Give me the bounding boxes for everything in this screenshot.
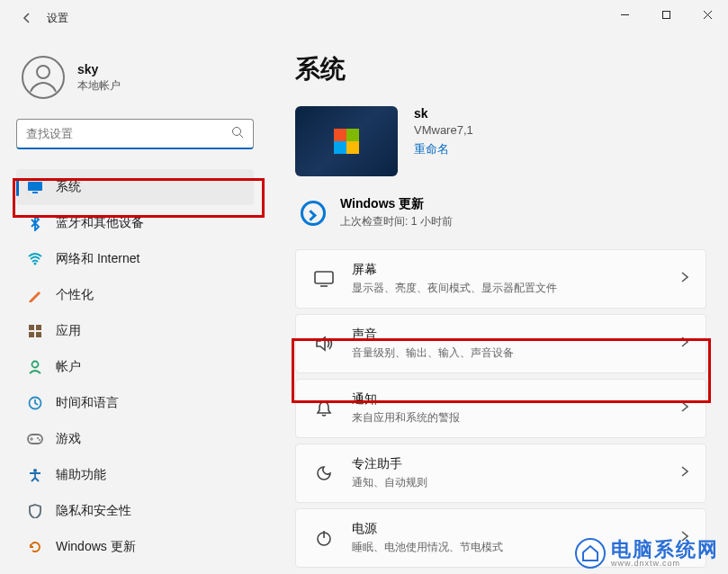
sound-icon xyxy=(312,336,336,352)
sidebar-item-gaming[interactable]: 游戏 xyxy=(16,421,254,457)
svg-rect-11 xyxy=(29,332,34,337)
svg-rect-6 xyxy=(28,182,42,191)
sidebar-item-network[interactable]: 网络和 Internet xyxy=(16,241,254,277)
device-thumbnail[interactable] xyxy=(295,106,398,176)
notify-icon xyxy=(312,399,336,417)
sidebar-nav: 系统蓝牙和其他设备网络和 Internet个性化应用帐户时间和语言游戏辅助功能隐… xyxy=(16,169,254,565)
sidebar-item-apps[interactable]: 应用 xyxy=(16,313,254,349)
update-title: Windows 更新 xyxy=(340,196,453,212)
device-name: sk xyxy=(414,106,473,121)
watermark: 电脑系统网 www.dnxtw.com xyxy=(575,538,719,569)
user-subtitle: 本地帐户 xyxy=(77,78,121,94)
sidebar-item-label: 辅助功能 xyxy=(56,467,106,483)
sidebar-item-personal[interactable]: 个性化 xyxy=(16,277,254,313)
svg-point-13 xyxy=(32,362,39,368)
sidebar-item-access[interactable]: 辅助功能 xyxy=(16,457,254,493)
svg-point-3 xyxy=(37,66,49,78)
watermark-logo-icon xyxy=(575,538,606,569)
svg-rect-9 xyxy=(29,325,34,330)
update-subtitle: 上次检查时间: 1 小时前 xyxy=(340,214,453,229)
search-icon xyxy=(231,126,244,142)
sidebar-item-system[interactable]: 系统 xyxy=(16,169,254,205)
time-icon xyxy=(27,395,43,411)
search-box[interactable] xyxy=(16,119,254,149)
personal-icon xyxy=(27,287,43,303)
card-title: 屏幕 xyxy=(352,262,680,278)
privacy-icon xyxy=(27,503,43,519)
sidebar-item-label: 蓝牙和其他设备 xyxy=(56,215,144,231)
sidebar-item-label: 个性化 xyxy=(56,287,94,303)
card-subtitle: 音量级别、输出、输入、声音设备 xyxy=(352,345,680,361)
close-button[interactable] xyxy=(687,0,728,29)
watermark-text: 电脑系统网 xyxy=(611,538,719,561)
update-icon xyxy=(301,201,326,226)
svg-rect-7 xyxy=(32,192,38,193)
update-icon xyxy=(27,539,43,555)
focus-icon xyxy=(312,464,336,482)
chevron-right-icon xyxy=(680,336,689,352)
card-title: 声音 xyxy=(352,327,680,343)
power-icon xyxy=(312,529,336,547)
chevron-right-icon xyxy=(680,465,689,481)
svg-rect-19 xyxy=(315,272,333,283)
card-title: 电源 xyxy=(352,521,680,537)
bluetooth-icon xyxy=(27,215,43,231)
card-focus[interactable]: 专注助手通知、自动规则 xyxy=(295,444,706,503)
windows-logo-icon xyxy=(334,129,359,154)
sidebar-item-label: 时间和语言 xyxy=(56,395,119,411)
watermark-url: www.dnxtw.com xyxy=(611,560,719,568)
apps-icon xyxy=(27,323,43,339)
sidebar-item-accounts[interactable]: 帐户 xyxy=(16,349,254,385)
avatar-icon xyxy=(22,56,65,99)
card-notify[interactable]: 通知来自应用和系统的警报 xyxy=(295,379,706,438)
page-title: 系统 xyxy=(295,52,706,86)
card-sound[interactable]: 声音音量级别、输出、输入、声音设备 xyxy=(295,314,706,373)
window-title: 设置 xyxy=(47,11,68,26)
user-block[interactable]: sky 本地帐户 xyxy=(16,45,254,119)
network-icon xyxy=(27,251,43,267)
maximize-button[interactable] xyxy=(645,0,687,29)
sidebar-item-time[interactable]: 时间和语言 xyxy=(16,385,254,421)
chevron-right-icon xyxy=(680,400,689,417)
svg-point-17 xyxy=(39,439,40,441)
device-block: sk VMware7,1 重命名 xyxy=(295,106,706,176)
svg-rect-10 xyxy=(36,325,41,330)
card-title: 专注助手 xyxy=(352,456,680,472)
sidebar-item-label: Windows 更新 xyxy=(56,539,136,555)
sidebar-item-label: 应用 xyxy=(56,323,81,339)
accounts-icon xyxy=(27,359,43,375)
card-title: 通知 xyxy=(352,391,680,408)
svg-point-16 xyxy=(37,437,39,439)
card-subtitle: 显示器、亮度、夜间模式、显示器配置文件 xyxy=(352,281,680,296)
rename-link[interactable]: 重命名 xyxy=(414,141,449,157)
display-icon xyxy=(312,271,336,287)
sidebar-item-label: 网络和 Internet xyxy=(56,251,139,267)
windows-update-block[interactable]: Windows 更新 上次检查时间: 1 小时前 xyxy=(295,196,706,229)
svg-rect-1 xyxy=(662,11,670,18)
back-button[interactable] xyxy=(16,12,38,24)
sidebar-item-privacy[interactable]: 隐私和安全性 xyxy=(16,493,254,529)
svg-rect-12 xyxy=(36,332,41,337)
svg-point-8 xyxy=(34,263,37,265)
search-input[interactable] xyxy=(26,127,231,140)
sidebar-item-bluetooth[interactable]: 蓝牙和其他设备 xyxy=(16,205,254,241)
minimize-button[interactable] xyxy=(604,0,645,29)
system-icon xyxy=(27,179,43,195)
sidebar-item-label: 游戏 xyxy=(56,431,81,447)
card-display[interactable]: 屏幕显示器、亮度、夜间模式、显示器配置文件 xyxy=(295,249,706,309)
sidebar-item-label: 系统 xyxy=(56,179,81,195)
svg-point-18 xyxy=(33,469,37,472)
access-icon xyxy=(27,467,43,483)
card-subtitle: 通知、自动规则 xyxy=(352,475,680,490)
svg-line-5 xyxy=(240,134,244,138)
gaming-icon xyxy=(27,431,43,447)
svg-point-4 xyxy=(233,127,241,135)
device-model: VMware7,1 xyxy=(414,123,473,137)
chevron-right-icon xyxy=(680,271,689,287)
sidebar-item-update[interactable]: Windows 更新 xyxy=(16,529,254,565)
sidebar-item-label: 隐私和安全性 xyxy=(56,503,131,519)
sidebar-item-label: 帐户 xyxy=(56,359,81,375)
card-subtitle: 来自应用和系统的警报 xyxy=(352,410,680,426)
user-name: sky xyxy=(77,62,121,76)
